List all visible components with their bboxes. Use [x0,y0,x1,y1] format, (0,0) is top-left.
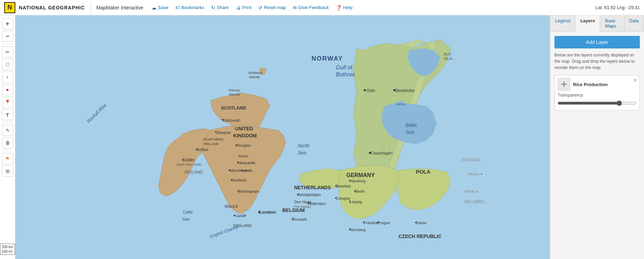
help-icon: ❓ [336,5,342,10]
give-feedback-button[interactable]: ✉ Give Feedback [290,3,331,12]
svg-text:Berlin: Berlin [355,189,365,193]
svg-text:North: North [298,143,309,148]
delete-button[interactable]: 🗑 [2,137,13,148]
svg-point-36 [241,169,243,171]
svg-text:IRELAND: IRELAND [204,142,219,146]
svg-text:(Baile Átha Cliath): (Baile Átha Cliath) [176,163,201,166]
svg-text:Britain: Britain [238,154,248,158]
bookmarks-label: Bookmarks [182,5,204,10]
svg-text:Leeds: Leeds [242,168,252,173]
svg-text:Katow: Katow [416,221,427,225]
svg-text:Nürnberg: Nürnberg [350,228,366,232]
svg-text:Oslo: Oslo [367,88,375,93]
svg-point-71 [349,201,351,202]
svg-text:Gulf of: Gulf of [336,64,353,70]
svg-text:Glasgow: Glasgow [216,130,231,135]
svg-point-29 [237,162,238,163]
tab-data[interactable]: Data [624,15,644,31]
logo-letter: N [8,4,12,11]
share-button[interactable]: ↻ Share [208,3,232,12]
svg-text:Sea: Sea [405,129,414,135]
layer-card-header: ✛ Rice Production ✕ [558,78,637,91]
svg-text:Amsterdam: Amsterdam [298,192,321,197]
tab-legend[interactable]: Legend [550,15,575,31]
bookmark-icon: 🏷 [175,5,180,10]
svg-text:Shetland: Shetland [248,71,262,75]
draw-polygon-button[interactable]: ⬡ [2,59,13,70]
save-label: Save [158,5,168,10]
zoom-in-button[interactable]: + [2,18,13,29]
svg-text:Newcastle: Newcastle [238,161,255,165]
save-button[interactable]: ☁ Save [149,3,171,12]
svg-text:SCOTLAND: SCOTLAND [221,105,246,111]
layer-thumbnail: ✛ [558,78,570,91]
panel-tabs: Legend Layers Base Maps Data [550,15,644,32]
zoom-out-button[interactable]: − [2,31,13,42]
svg-text:Bothnia: Bothnia [336,71,355,77]
help-button[interactable]: ❓ Help [333,3,355,12]
layer-card: ✛ Rice Production ✕ Transparency [554,75,640,111]
add-layer-button[interactable]: Add Layer [554,36,640,48]
svg-point-26 [236,144,237,146]
svg-text:Vänern: Vänern [396,102,406,106]
svg-point-78 [377,222,378,223]
draw-pin-button[interactable]: 📍 [2,97,13,108]
svg-point-74 [363,222,365,223]
svg-text:ISLA...: ISLA... [444,56,455,61]
svg-text:BELGIUM: BELGIUM [282,207,305,213]
svg-text:Bielefeld: Bielefeld [336,184,351,188]
main-area: + − ✏ ⬡ ▪ ● 📍 T ✎ 🗑 ⚑ ⊞ 200 km 100 mi [0,15,644,259]
print-icon: 🖨 [236,5,241,10]
grid-button[interactable]: ⊞ [2,166,13,177]
svg-point-24 [196,148,197,150]
feedback-icon: ✉ [293,5,297,10]
svg-point-80 [415,222,416,223]
svg-text:ALA: ALA [444,52,451,56]
svg-text:NORWAY: NORWAY [312,55,343,62]
svg-text:Sea: Sea [298,150,306,155]
layer-close-button[interactable]: ✕ [633,77,637,83]
svg-text:ITHUANIA: ITHUANIA [461,158,481,162]
toolbar: ☁ Save 🏷 Bookmarks ↻ Share 🖨 Print ↺ Res… [149,3,355,12]
svg-text:Islands: Islands [229,92,240,96]
separator-2 [3,122,13,123]
svg-text:GERMANY: GERMANY [346,172,375,178]
svg-text:WALES: WALES [224,204,238,208]
bookmarks-button[interactable]: 🏷 Bookmarks [172,3,207,12]
svg-text:BELARRS...: BELARRS... [465,199,488,204]
share-label: Share [217,5,229,10]
svg-text:Copenhagen: Copenhagen [371,151,393,155]
transparency-slider[interactable] [558,100,637,106]
draw-circle-button[interactable]: ● [2,84,13,95]
svg-point-9 [364,89,366,91]
flag-button[interactable]: ⚑ [2,153,13,164]
svg-text:NORTHERN: NORTHERN [204,137,223,141]
share-icon: ↻ [211,5,215,10]
draw-line-button[interactable]: ✏ [2,46,13,58]
svg-text:Cardiff: Cardiff [235,214,246,218]
svg-text:POLA: POLA [416,169,430,175]
svg-text:Cologne: Cologne [336,196,350,200]
svg-point-38 [231,179,232,181]
header: N NATIONAL GEOGRAPHIC MapMaker Interacti… [0,0,644,15]
give-feedback-label: Give Feedback [298,5,329,10]
app-name: MapMaker Interactive [91,5,144,10]
svg-point-22 [215,131,216,133]
map-area[interactable]: Gulf of Bothnia NORWAY North Sea Baltic … [15,15,550,259]
layers-description: Below are the layers currently displayed… [554,52,640,71]
reset-map-label: Reset map [264,5,286,10]
separator-1 [3,44,13,44]
svg-text:London: London [259,210,276,215]
svg-text:Orkney: Orkney [229,88,240,92]
svg-text:Brussels: Brussels [292,217,307,221]
tab-basemaps[interactable]: Base Maps [600,15,624,31]
print-button[interactable]: 🖨 Print [233,3,254,12]
tab-layers[interactable]: Layers [575,15,600,32]
draw-text-button[interactable]: T [2,109,13,120]
edit-button[interactable]: ✎ [2,125,13,136]
org-name: NATIONAL GEOGRAPHIC [19,5,85,10]
drag-handle-icon: ✛ [561,80,567,89]
draw-rectangle-button[interactable]: ▪ [2,71,13,83]
reset-map-button[interactable]: ↺ Reset map [255,3,289,12]
svg-text:Sea: Sea [182,217,190,222]
